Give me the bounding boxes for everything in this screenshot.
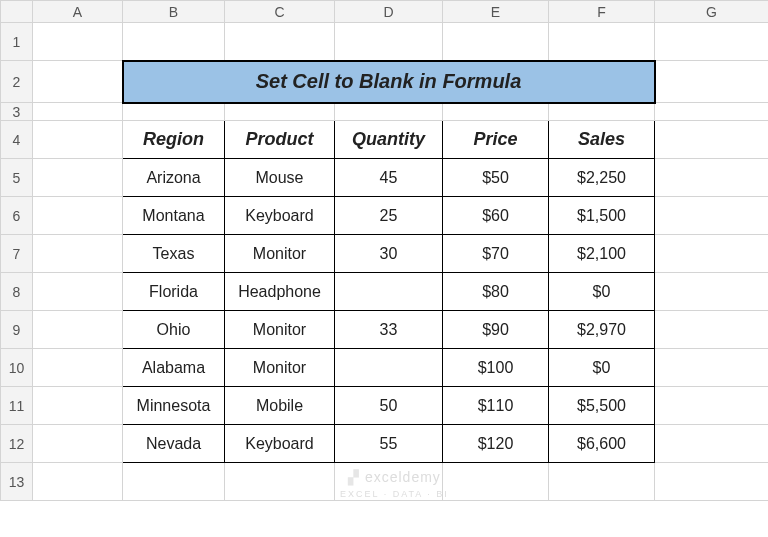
cell-G6[interactable]: [655, 197, 769, 235]
cell-A8[interactable]: [33, 273, 123, 311]
spreadsheet-grid[interactable]: A B C D E F G 1 2 Set Cell to Blank in F…: [0, 0, 768, 501]
header-price[interactable]: Price: [443, 121, 549, 159]
col-header-B[interactable]: B: [123, 1, 225, 23]
cell-quantity[interactable]: 55: [335, 425, 443, 463]
cell-A2[interactable]: [33, 61, 123, 103]
cell-price[interactable]: $90: [443, 311, 549, 349]
cell-B13[interactable]: [123, 463, 225, 501]
col-header-F[interactable]: F: [549, 1, 655, 23]
col-header-C[interactable]: C: [225, 1, 335, 23]
cell-sales[interactable]: $2,970: [549, 311, 655, 349]
cell-product[interactable]: Mouse: [225, 159, 335, 197]
cell-quantity[interactable]: 25: [335, 197, 443, 235]
cell-price[interactable]: $100: [443, 349, 549, 387]
cell-D1[interactable]: [335, 23, 443, 61]
cell-region[interactable]: Florida: [123, 273, 225, 311]
cell-A4[interactable]: [33, 121, 123, 159]
cell-A13[interactable]: [33, 463, 123, 501]
cell-D3[interactable]: [335, 103, 443, 121]
cell-G2[interactable]: [655, 61, 769, 103]
col-header-A[interactable]: A: [33, 1, 123, 23]
cell-C1[interactable]: [225, 23, 335, 61]
cell-quantity[interactable]: 33: [335, 311, 443, 349]
cell-G9[interactable]: [655, 311, 769, 349]
cell-A3[interactable]: [33, 103, 123, 121]
cell-A9[interactable]: [33, 311, 123, 349]
cell-sales[interactable]: $2,250: [549, 159, 655, 197]
cell-F13[interactable]: [549, 463, 655, 501]
row-header-12[interactable]: 12: [1, 425, 33, 463]
cell-quantity[interactable]: [335, 349, 443, 387]
cell-quantity[interactable]: 30: [335, 235, 443, 273]
header-sales[interactable]: Sales: [549, 121, 655, 159]
title-cell[interactable]: Set Cell to Blank in Formula: [123, 61, 655, 103]
cell-A10[interactable]: [33, 349, 123, 387]
cell-B3[interactable]: [123, 103, 225, 121]
cell-G10[interactable]: [655, 349, 769, 387]
cell-region[interactable]: Alabama: [123, 349, 225, 387]
cell-G12[interactable]: [655, 425, 769, 463]
row-header-2[interactable]: 2: [1, 61, 33, 103]
cell-E13[interactable]: [443, 463, 549, 501]
cell-region[interactable]: Ohio: [123, 311, 225, 349]
cell-B1[interactable]: [123, 23, 225, 61]
cell-E3[interactable]: [443, 103, 549, 121]
cell-F3[interactable]: [549, 103, 655, 121]
cell-G8[interactable]: [655, 273, 769, 311]
col-header-G[interactable]: G: [655, 1, 769, 23]
header-product[interactable]: Product: [225, 121, 335, 159]
cell-price[interactable]: $70: [443, 235, 549, 273]
cell-product[interactable]: Monitor: [225, 349, 335, 387]
cell-A7[interactable]: [33, 235, 123, 273]
row-header-4[interactable]: 4: [1, 121, 33, 159]
cell-G4[interactable]: [655, 121, 769, 159]
cell-C3[interactable]: [225, 103, 335, 121]
cell-region[interactable]: Arizona: [123, 159, 225, 197]
row-header-13[interactable]: 13: [1, 463, 33, 501]
cell-G1[interactable]: [655, 23, 769, 61]
row-header-7[interactable]: 7: [1, 235, 33, 273]
cell-price[interactable]: $120: [443, 425, 549, 463]
row-header-3[interactable]: 3: [1, 103, 33, 121]
cell-A6[interactable]: [33, 197, 123, 235]
header-region[interactable]: Region: [123, 121, 225, 159]
cell-product[interactable]: Monitor: [225, 235, 335, 273]
row-header-9[interactable]: 9: [1, 311, 33, 349]
cell-C13[interactable]: [225, 463, 335, 501]
cell-D13[interactable]: [335, 463, 443, 501]
cell-region[interactable]: Minnesota: [123, 387, 225, 425]
cell-E1[interactable]: [443, 23, 549, 61]
cell-G13[interactable]: [655, 463, 769, 501]
cell-product[interactable]: Monitor: [225, 311, 335, 349]
cell-quantity[interactable]: 50: [335, 387, 443, 425]
header-quantity[interactable]: Quantity: [335, 121, 443, 159]
cell-region[interactable]: Nevada: [123, 425, 225, 463]
cell-sales[interactable]: $2,100: [549, 235, 655, 273]
row-header-11[interactable]: 11: [1, 387, 33, 425]
cell-product[interactable]: Mobile: [225, 387, 335, 425]
cell-F1[interactable]: [549, 23, 655, 61]
cell-price[interactable]: $110: [443, 387, 549, 425]
cell-sales[interactable]: $1,500: [549, 197, 655, 235]
cell-product[interactable]: Keyboard: [225, 197, 335, 235]
cell-quantity[interactable]: 45: [335, 159, 443, 197]
cell-A1[interactable]: [33, 23, 123, 61]
col-header-E[interactable]: E: [443, 1, 549, 23]
cell-G11[interactable]: [655, 387, 769, 425]
cell-G5[interactable]: [655, 159, 769, 197]
cell-region[interactable]: Texas: [123, 235, 225, 273]
select-all-corner[interactable]: [1, 1, 33, 23]
col-header-D[interactable]: D: [335, 1, 443, 23]
row-header-1[interactable]: 1: [1, 23, 33, 61]
cell-G3[interactable]: [655, 103, 769, 121]
cell-sales[interactable]: $5,500: [549, 387, 655, 425]
cell-A5[interactable]: [33, 159, 123, 197]
row-header-10[interactable]: 10: [1, 349, 33, 387]
cell-quantity[interactable]: [335, 273, 443, 311]
cell-sales[interactable]: $0: [549, 273, 655, 311]
cell-sales[interactable]: $6,600: [549, 425, 655, 463]
cell-product[interactable]: Keyboard: [225, 425, 335, 463]
cell-G7[interactable]: [655, 235, 769, 273]
cell-price[interactable]: $60: [443, 197, 549, 235]
cell-price[interactable]: $80: [443, 273, 549, 311]
